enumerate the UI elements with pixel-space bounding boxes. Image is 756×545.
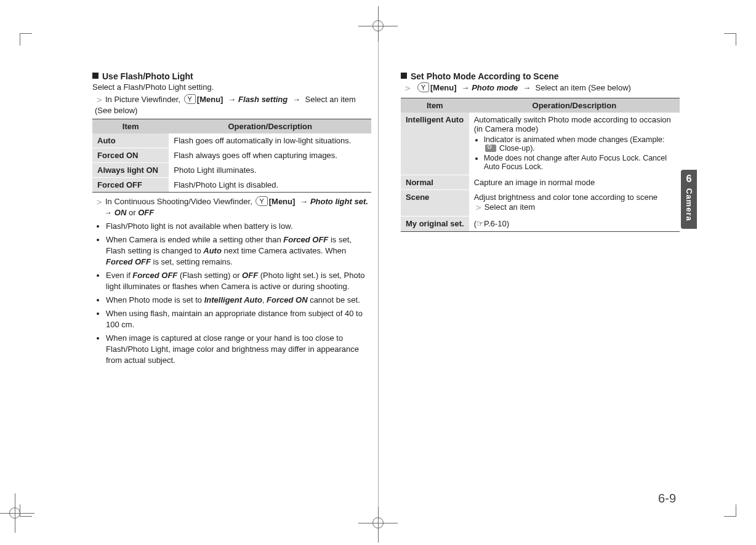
step-text: Select an item (See below) (533, 83, 631, 92)
menu-softkey-icon: Y (417, 82, 429, 92)
cell-item: Always light ON (92, 163, 169, 178)
cell-desc: (☞P.6-10) (469, 217, 680, 232)
step-arrow-icon: ＞ (95, 94, 104, 106)
arrow-icon: → (228, 95, 236, 104)
cell-item: Forced ON (92, 148, 169, 163)
step-line-2: ＞In Continuous Shooting/Video Viewfinder… (92, 196, 371, 217)
list-item: Indicator is animated when mode changes … (484, 135, 675, 153)
cell-desc: Photo Light illuminates. (169, 163, 371, 178)
page-number: 6-9 (658, 491, 676, 506)
section-subtitle: Select a Flash/Photo Light setting. (92, 82, 371, 92)
cell-item: Scene (401, 190, 469, 217)
list-item: When using flash, maintain an appropriat… (106, 308, 371, 330)
menu-softkey-icon: Y (184, 94, 196, 104)
flash-options-table: Item Operation/Description AutoFlash goe… (92, 119, 371, 193)
table-row: Forced OFFFlash/Photo Light is disabled. (92, 178, 371, 193)
right-column: Set Photo Mode According to Scene ＞ Y[Me… (401, 71, 680, 490)
table-row: My original set. (☞P.6-10) (401, 217, 680, 232)
crop-mark (724, 504, 736, 517)
chapter-tab: 6 Camera (681, 170, 697, 229)
list-item: Even if Forced OFF (Flash setting) or OF… (106, 270, 371, 292)
cell-desc: Flash goes off automatically in low-ligh… (169, 133, 371, 148)
step-line: ＞ Y[Menu] →Photo mode → Select an item (… (401, 82, 680, 94)
chapter-number: 6 (686, 173, 692, 185)
step-arrow-icon: ＞ (474, 202, 483, 213)
list-item: When Photo mode is set to Intelligent Au… (106, 295, 371, 306)
arrow-icon: → (523, 83, 531, 92)
menu-label: [Menu] (197, 95, 223, 104)
notes-list: Flash/Photo light is not available when … (92, 221, 371, 366)
cell-desc: Flash/Photo Light is disabled. (169, 178, 371, 193)
cell-item: Forced OFF (92, 178, 169, 193)
arrow-icon: → (104, 208, 112, 217)
option-off: OFF (138, 208, 154, 217)
table-row: Forced ONFlash always goes off when capt… (92, 148, 371, 163)
left-column: Use Flash/Photo Light Select a Flash/Pho… (92, 71, 371, 490)
step-text: In Continuous Shooting/Video Viewfinder, (105, 197, 254, 206)
setting-name: Flash setting (238, 95, 288, 104)
step-arrow-icon: ＞ (403, 82, 412, 94)
list-item: Flash/Photo light is not available when … (106, 221, 371, 232)
step-text: or (126, 208, 138, 217)
menu-label: [Menu] (430, 83, 457, 92)
list-item: When Camera is ended while a setting oth… (106, 234, 371, 268)
reference-hand-icon: ☞ (477, 219, 484, 228)
list-item: When image is captured at close range or… (106, 333, 371, 366)
cell-item: Normal (401, 175, 469, 190)
square-bullet-icon (92, 73, 99, 79)
setting-name: Photo mode (472, 83, 518, 92)
section-heading-photomode: Set Photo Mode According to Scene (401, 71, 680, 81)
registration-mark (364, 12, 392, 39)
table-row: Always light ONPhoto Light illuminates. (92, 163, 371, 178)
square-bullet-icon (401, 73, 407, 79)
chapter-label: Camera (685, 188, 694, 221)
th-desc: Operation/Description (169, 119, 371, 134)
registration-mark (364, 509, 392, 536)
table-row: NormalCapture an image in normal mode (401, 175, 680, 190)
step-text: In Picture Viewfinder, (105, 95, 183, 104)
arrow-icon: → (461, 83, 469, 92)
cell-desc: Adjust brightness and color tone accordi… (469, 190, 680, 217)
menu-softkey-icon: Y (255, 196, 267, 206)
crop-mark (20, 33, 32, 46)
th-desc: Operation/Description (469, 98, 680, 113)
heading-text: Set Photo Mode According to Scene (411, 71, 559, 81)
heading-text: Use Flash/Photo Light (102, 71, 193, 81)
cell-desc: Capture an image in normal mode (469, 175, 680, 190)
section-heading-flash: Use Flash/Photo Light (92, 71, 371, 81)
arrow-icon: → (300, 197, 308, 206)
closeup-mode-icon (485, 145, 496, 152)
crop-mark (724, 33, 736, 46)
menu-label: [Menu] (269, 197, 296, 206)
table-row: Intelligent Auto Automatically switch Ph… (401, 113, 680, 175)
table-row: AutoFlash goes off automatically in low-… (92, 133, 371, 148)
photomode-options-table: Item Operation/Description Intelligent A… (401, 98, 680, 232)
setting-name: Photo light set. (310, 197, 368, 206)
th-item: Item (401, 98, 469, 113)
registration-mark (1, 499, 28, 527)
cell-item: Intelligent Auto (401, 113, 469, 175)
content-columns: Use Flash/Photo Light Select a Flash/Pho… (92, 71, 680, 490)
step-arrow-icon: ＞ (95, 196, 104, 208)
th-item: Item (92, 119, 169, 134)
table-row: Scene Adjust brightness and color tone a… (401, 190, 680, 217)
step-line-1: ＞In Picture Viewfinder, Y[Menu] →Flash s… (92, 94, 371, 115)
option-on: ON (115, 208, 127, 217)
cell-item: My original set. (401, 217, 469, 232)
cell-item: Auto (92, 133, 169, 148)
arrow-icon: → (292, 95, 300, 104)
list-item: Mode does not change after Auto Focus Lo… (484, 154, 675, 171)
cell-desc: Automatically switch Photo mode accordin… (469, 113, 680, 175)
cell-desc: Flash always goes off when capturing ima… (169, 148, 371, 163)
